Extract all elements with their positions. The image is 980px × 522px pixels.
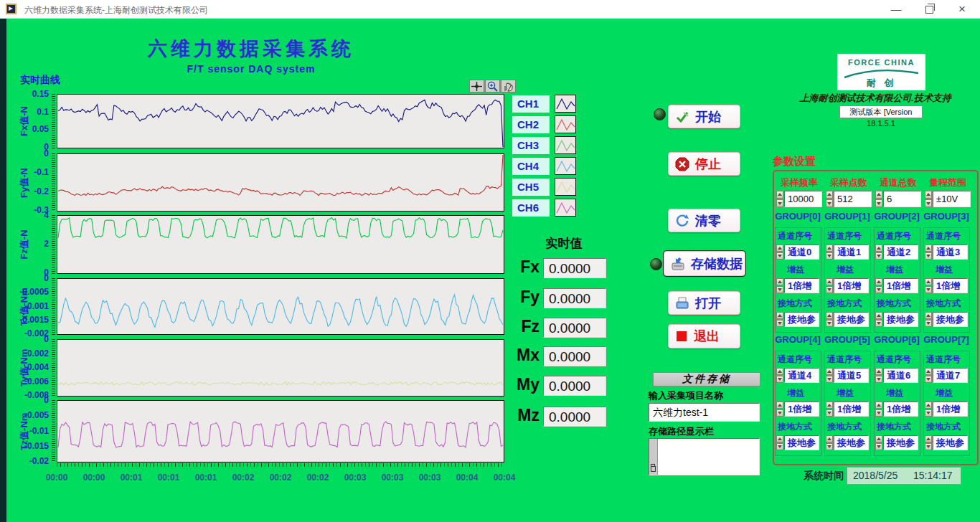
channel-label-ch4[interactable]: CH4 xyxy=(512,158,550,175)
group-7-channel-value[interactable]: 通道7 xyxy=(933,368,968,383)
group-2-gain-spinner[interactable] xyxy=(875,278,882,293)
clear-button[interactable]: 清零 xyxy=(668,209,740,232)
group-1-gain-spinner-up[interactable] xyxy=(826,278,833,285)
chart-plot-ty[interactable] xyxy=(57,339,504,397)
group-5-channel-value[interactable]: 通道5 xyxy=(834,368,869,383)
close-button[interactable]: × xyxy=(950,0,974,18)
group-1-channel-spinner-down[interactable] xyxy=(826,252,833,260)
group-4-gain-spinner[interactable] xyxy=(776,402,783,417)
param-spinner-1-up[interactable] xyxy=(826,191,833,199)
group-3-gain-spinner-down[interactable] xyxy=(925,286,932,293)
chart-plot-tz[interactable] xyxy=(57,400,504,462)
param-spinner-0-down[interactable] xyxy=(776,199,783,207)
group-0-gain-value[interactable]: 1倍增 xyxy=(784,278,819,293)
legend-waveform-icon-ch1[interactable] xyxy=(555,95,576,113)
param-spinner-3-down[interactable] xyxy=(925,199,932,207)
channel-label-ch5[interactable]: CH5 xyxy=(512,179,550,196)
channel-label-ch1[interactable]: CH1 xyxy=(512,95,550,113)
param-spinner-3[interactable] xyxy=(925,191,932,207)
group-5-channel-spinner-up[interactable] xyxy=(826,368,833,375)
param-spinner-0-up[interactable] xyxy=(776,191,783,199)
group-2-channel-spinner-up[interactable] xyxy=(875,245,882,252)
group-1-ground-spinner-up[interactable] xyxy=(826,312,833,319)
group-4-ground-spinner[interactable] xyxy=(776,435,783,450)
group-3-ground-spinner-down[interactable] xyxy=(925,320,932,327)
param-spinner-1[interactable] xyxy=(826,191,833,207)
group-4-channel-value[interactable]: 通道4 xyxy=(784,368,819,383)
group-5-ground-spinner[interactable] xyxy=(826,435,833,450)
param-spinner-0[interactable] xyxy=(776,191,783,207)
group-5-gain-spinner-up[interactable] xyxy=(826,402,833,409)
group-1-channel-spinner[interactable] xyxy=(826,245,833,260)
group-2-ground-value[interactable]: 接地参 xyxy=(883,312,918,327)
path-browse-strip[interactable] xyxy=(649,439,658,475)
group-7-channel-spinner-down[interactable] xyxy=(925,376,932,383)
group-7-channel-spinner-up[interactable] xyxy=(925,368,932,375)
param-value-1[interactable]: 512 xyxy=(834,191,872,207)
group-0-gain-spinner-down[interactable] xyxy=(776,286,783,293)
group-5-gain-value[interactable]: 1倍增 xyxy=(834,402,869,417)
group-2-channel-value[interactable]: 通道2 xyxy=(883,245,918,260)
group-5-channel-spinner[interactable] xyxy=(826,368,833,383)
group-1-ground-value[interactable]: 接地参 xyxy=(834,312,869,327)
group-3-channel-spinner[interactable] xyxy=(925,245,932,260)
group-5-gain-spinner[interactable] xyxy=(826,402,833,417)
group-4-gain-spinner-down[interactable] xyxy=(776,409,783,417)
storage-path-display[interactable] xyxy=(649,438,760,475)
group-4-ground-value[interactable]: 接地参 xyxy=(784,435,819,450)
group-0-ground-spinner-down[interactable] xyxy=(776,320,783,327)
group-3-channel-spinner-down[interactable] xyxy=(925,252,932,260)
group-6-channel-value[interactable]: 通道6 xyxy=(883,368,918,383)
group-3-gain-spinner[interactable] xyxy=(925,278,932,293)
open-button[interactable]: 打开 xyxy=(668,291,740,315)
group-2-gain-spinner-up[interactable] xyxy=(875,278,882,285)
group-7-gain-spinner-up[interactable] xyxy=(925,402,932,409)
group-0-ground-spinner-up[interactable] xyxy=(776,312,783,319)
group-6-channel-spinner-up[interactable] xyxy=(875,368,882,375)
group-6-ground-spinner[interactable] xyxy=(875,435,882,450)
group-7-ground-value[interactable]: 接地参 xyxy=(933,435,968,450)
legend-waveform-icon-ch2[interactable] xyxy=(555,115,576,133)
group-3-ground-value[interactable]: 接地参 xyxy=(933,312,968,327)
param-value-2[interactable]: 6 xyxy=(883,191,921,207)
group-3-channel-spinner-up[interactable] xyxy=(925,245,932,252)
group-6-gain-value[interactable]: 1倍增 xyxy=(883,402,918,417)
group-0-gain-spinner[interactable] xyxy=(776,278,783,293)
param-value-3[interactable]: ±10V xyxy=(933,191,971,207)
group-5-gain-spinner-down[interactable] xyxy=(826,409,833,417)
exit-button[interactable]: 退出 xyxy=(668,324,740,348)
group-7-ground-spinner-up[interactable] xyxy=(925,435,932,442)
group-7-gain-spinner[interactable] xyxy=(925,402,932,417)
chart-plot-tx[interactable] xyxy=(57,278,504,335)
group-3-channel-value[interactable]: 通道3 xyxy=(933,245,968,260)
minimize-button[interactable]: — xyxy=(884,0,908,18)
group-2-ground-spinner[interactable] xyxy=(875,312,882,327)
group-2-channel-spinner-down[interactable] xyxy=(875,252,882,260)
group-6-gain-spinner-down[interactable] xyxy=(875,409,882,417)
group-4-channel-spinner-up[interactable] xyxy=(776,368,783,375)
group-6-channel-spinner[interactable] xyxy=(875,368,882,383)
chart-plot-fy[interactable] xyxy=(57,153,504,212)
group-6-ground-spinner-up[interactable] xyxy=(875,435,882,442)
group-2-gain-value[interactable]: 1倍增 xyxy=(883,278,918,293)
stop-button[interactable]: 停止 xyxy=(668,152,740,176)
legend-waveform-icon-ch6[interactable] xyxy=(555,199,576,217)
cursor-crosshair-icon[interactable] xyxy=(469,80,484,92)
group-6-gain-spinner[interactable] xyxy=(875,402,882,417)
group-2-gain-spinner-down[interactable] xyxy=(875,286,882,293)
group-0-gain-spinner-up[interactable] xyxy=(776,278,783,285)
group-2-ground-spinner-down[interactable] xyxy=(875,320,882,327)
project-name-input[interactable]: 六维力test-1 xyxy=(649,403,760,422)
group-1-channel-value[interactable]: 通道1 xyxy=(834,245,869,260)
legend-waveform-icon-ch3[interactable] xyxy=(555,136,576,154)
group-0-channel-spinner[interactable] xyxy=(776,245,783,260)
group-4-ground-spinner-down[interactable] xyxy=(776,443,783,450)
group-3-ground-spinner[interactable] xyxy=(925,312,932,327)
group-4-gain-spinner-up[interactable] xyxy=(776,402,783,409)
param-spinner-2-down[interactable] xyxy=(875,199,882,207)
group-5-ground-value[interactable]: 接地参 xyxy=(834,435,869,450)
group-1-channel-spinner-up[interactable] xyxy=(826,245,833,252)
channel-label-ch6[interactable]: CH6 xyxy=(512,199,550,217)
group-5-ground-spinner-up[interactable] xyxy=(826,435,833,442)
group-5-channel-spinner-down[interactable] xyxy=(826,376,833,383)
